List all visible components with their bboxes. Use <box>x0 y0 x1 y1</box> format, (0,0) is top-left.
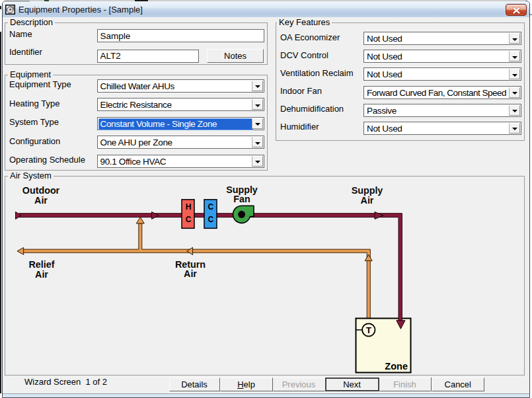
svg-text:Supply: Supply <box>352 185 383 196</box>
svg-text:Air: Air <box>34 195 48 206</box>
svg-text:T: T <box>366 325 372 335</box>
svg-text:Zone: Zone <box>385 361 408 372</box>
svg-text:C: C <box>208 215 214 224</box>
svg-text:Fan: Fan <box>233 194 250 204</box>
svg-text:C: C <box>186 215 192 224</box>
svg-text:Air: Air <box>184 268 197 279</box>
svg-text:H: H <box>186 202 192 212</box>
svg-text:Outdoor: Outdoor <box>22 185 60 196</box>
svg-text:Air: Air <box>35 269 48 280</box>
svg-text:C: C <box>208 202 214 212</box>
svg-text:Air: Air <box>361 195 374 206</box>
